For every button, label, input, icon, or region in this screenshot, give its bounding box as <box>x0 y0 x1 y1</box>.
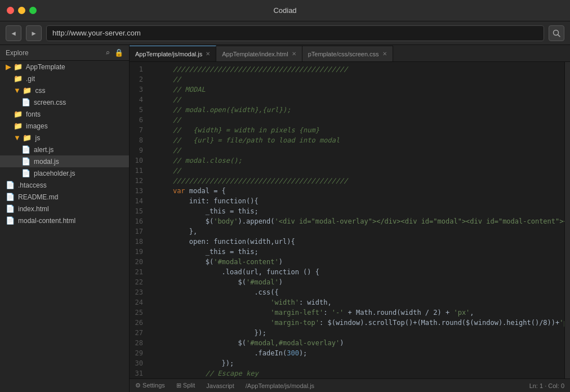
line-number: 7 <box>130 125 148 135</box>
folder-icon: ▼ 📁 <box>14 133 32 142</box>
line-number: 2 <box>130 74 148 84</box>
code-line: 'margin-top': $(window).scrollTop()+(Mat… <box>152 318 564 328</box>
code-line: var modal = { <box>152 186 564 196</box>
line-number: 8 <box>130 135 148 145</box>
line-number: 5 <box>130 105 148 115</box>
root-folder-label: AppTemplate <box>26 63 65 71</box>
tree-item-modal-js[interactable]: 📄 modal.js <box>0 155 129 167</box>
line-number: 1 <box>130 64 148 74</box>
code-line: $('body').append('<div id="modal-overlay… <box>152 216 564 226</box>
editor-scrollbar[interactable] <box>564 62 570 378</box>
code-editor[interactable]: ////////////////////////////////////////… <box>152 62 564 378</box>
code-line: // <box>152 166 564 176</box>
sidebar: Explore ⌕ 🔒 ▶ 📁 AppTemplate 📁 .git ▼ 📁 c… <box>0 45 130 392</box>
tree-item-screen-css[interactable]: 📄 screen.css <box>0 96 129 108</box>
line-number: 29 <box>130 348 148 358</box>
tree-item-readme[interactable]: 📄 README.md <box>0 191 129 203</box>
maximize-button[interactable] <box>29 7 37 14</box>
tree-item-modal-content-html[interactable]: 📄 modal-content.html <box>0 215 129 226</box>
line-number: 28 <box>130 338 148 348</box>
tree-item-placeholder-js[interactable]: 📄 placeholder.js <box>0 167 129 179</box>
code-line: open: function(width,url){ <box>152 237 564 247</box>
url-input[interactable] <box>46 25 544 41</box>
code-line: ////////////////////////////////////////… <box>152 176 564 186</box>
tab-screen-css[interactable]: pTemplate/css/screen.css ✕ <box>302 46 393 61</box>
tree-item-css-folder[interactable]: ▼ 📁 css <box>0 84 129 96</box>
tree-item-alert-js[interactable]: 📄 alert.js <box>0 144 129 155</box>
tab-label: AppTemplate/js/modal.js <box>135 51 202 57</box>
language-status[interactable]: Javascript <box>206 382 234 389</box>
line-number: 15 <box>130 206 148 216</box>
tree-item-git[interactable]: 📁 .git <box>0 73 129 84</box>
forward-button[interactable]: ▶ <box>26 25 42 41</box>
tab-close-icon[interactable]: ✕ <box>206 51 210 57</box>
tab-label: pTemplate/css/screen.css <box>308 51 379 57</box>
back-button[interactable]: ◀ <box>6 25 21 41</box>
split-label[interactable]: ⊞ Split <box>176 382 195 389</box>
line-numbers: 1234567891011121314151617181920212223242… <box>130 62 152 378</box>
sidebar-lock-icon[interactable]: 🔒 <box>114 48 123 57</box>
line-number: 12 <box>130 176 148 186</box>
tab-index-html[interactable]: AppTemplate/index.html ✕ <box>216 46 302 61</box>
sidebar-search-icon[interactable]: ⌕ <box>105 48 110 57</box>
tree-item-js-folder[interactable]: ▼ 📁 js <box>0 132 129 144</box>
line-number: 23 <box>130 287 148 297</box>
tree-item-label: screen.css <box>34 99 66 106</box>
line-number: 24 <box>130 297 148 308</box>
settings-status[interactable]: ⚙ Settings <box>135 382 165 389</box>
code-line: // MODAL <box>152 84 564 95</box>
file-icon: 📄 <box>21 98 30 106</box>
tree-root-folder[interactable]: ▶ 📁 AppTemplate <box>0 61 129 73</box>
filepath-label: /AppTemplate/js/modal.js <box>246 382 314 389</box>
statusbar: ⚙ Settings ⊞ Split Javascript /AppTempla… <box>130 378 570 392</box>
position-label: Ln: 1 · Col: 0 <box>529 382 564 389</box>
file-icon: 📄 <box>6 193 15 201</box>
file-icon: 📄 <box>6 181 15 189</box>
tree-item-fonts[interactable]: 📁 fonts <box>0 108 129 120</box>
language-label: Javascript <box>206 382 234 389</box>
code-line: }); <box>152 358 564 368</box>
tab-close-icon[interactable]: ✕ <box>382 51 387 57</box>
code-line: // modal.close(); <box>152 155 564 166</box>
code-line: 'width': width, <box>152 297 564 308</box>
code-line: }); <box>152 328 564 338</box>
tree-item-index-html[interactable]: 📄 index.html <box>0 203 129 215</box>
code-container: 1234567891011121314151617181920212223242… <box>130 62 570 378</box>
tree-item-label: README.md <box>18 193 58 201</box>
tree-item-htaccess[interactable]: 📄 .htaccess <box>0 179 129 191</box>
tree-item-label: .htaccess <box>18 181 47 189</box>
close-button[interactable] <box>7 7 14 14</box>
search-button[interactable] <box>549 25 564 41</box>
code-line: 'margin-left': '-' + Math.round(width / … <box>152 308 564 318</box>
tree-item-images[interactable]: 📁 images <box>0 120 129 132</box>
line-number: 18 <box>130 237 148 247</box>
tab-close-icon[interactable]: ✕ <box>292 51 296 57</box>
tab-modal-js[interactable]: AppTemplate/js/modal.js ✕ <box>130 46 216 61</box>
line-number: 30 <box>130 358 148 368</box>
app-title: Codiad <box>273 6 296 15</box>
code-line: // {url} = file/path to load into modal <box>152 135 564 145</box>
code-line: ////////////////////////////////////////… <box>152 64 564 74</box>
code-line: $('#modal-content') <box>152 257 564 267</box>
code-line: // <box>152 74 564 84</box>
code-line: .fadeIn(300); <box>152 348 564 358</box>
line-number: 25 <box>130 308 148 318</box>
split-status[interactable]: ⊞ Split <box>176 382 195 389</box>
minimize-button[interactable] <box>18 7 25 14</box>
folder-icon: 📁 <box>14 74 23 83</box>
line-number: 26 <box>130 318 148 328</box>
titlebar: Codiad <box>0 0 570 21</box>
editor-area: AppTemplate/js/modal.js ✕ AppTemplate/in… <box>130 45 570 392</box>
folder-icon: 📁 <box>14 122 23 130</box>
window-controls <box>7 7 37 14</box>
tree-item-label: index.html <box>18 205 49 213</box>
folder-icon: ▶ 📁 <box>6 63 23 71</box>
tree-item-label: images <box>26 122 48 130</box>
settings-label[interactable]: ⚙ Settings <box>135 382 165 389</box>
code-line: // <box>152 95 564 105</box>
folder-icon: ▼ 📁 <box>14 86 32 95</box>
editor-tabs: AppTemplate/js/modal.js ✕ AppTemplate/in… <box>130 45 570 62</box>
file-icon: 📄 <box>6 216 15 225</box>
sidebar-header: Explore ⌕ 🔒 <box>0 45 129 61</box>
main-layout: Explore ⌕ 🔒 ▶ 📁 AppTemplate 📁 .git ▼ 📁 c… <box>0 45 570 392</box>
